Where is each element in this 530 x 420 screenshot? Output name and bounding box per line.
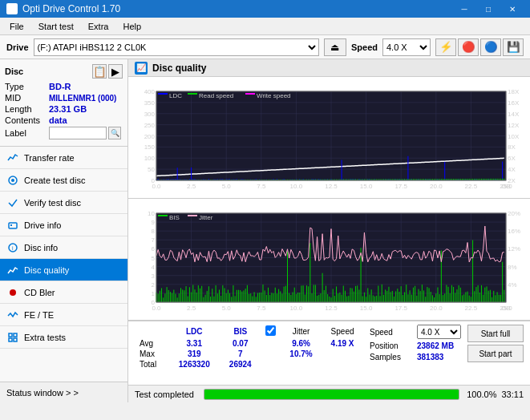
top-chart-container: [128, 77, 530, 199]
extra-tests-icon: [6, 331, 19, 344]
nav-item-transfer-rate-label: Transfer rate: [24, 153, 75, 163]
samples-value: 381383: [417, 353, 443, 361]
nav-item-extra-tests-label: Extra tests: [24, 333, 66, 342]
right-stats: Speed 4.0 X Position 23862 MB Samples 38…: [370, 325, 461, 382]
max-ldc: 319: [168, 349, 220, 359]
minimize-button[interactable]: ─: [453, 2, 475, 16]
progress-track: [204, 389, 459, 400]
svg-rect-2: [9, 223, 17, 228]
disc-info-icon: i: [6, 241, 19, 254]
charts-area: [128, 77, 530, 321]
fe-te-icon: [6, 309, 19, 321]
drive-bar: Drive (F:) ATAPI iHBS112 2 CL0K ⏏ Speed …: [0, 35, 530, 59]
nav-item-disc-quality-label: Disc quality: [24, 265, 69, 275]
drive-info-icon: [6, 219, 19, 232]
disc-label-btn[interactable]: 🔍: [108, 127, 121, 139]
nav-item-disc-info-label: Disc info: [24, 243, 58, 252]
drive-icon-btn-3[interactable]: 🔵: [480, 38, 501, 56]
disc-label-input[interactable]: [49, 127, 107, 139]
disc-icon-1[interactable]: 📋: [92, 64, 107, 79]
disc-contents-value: data: [49, 115, 67, 125]
speed-label: Speed: [351, 42, 378, 52]
cd-bler-icon: [6, 286, 19, 299]
close-button[interactable]: ✕: [501, 2, 524, 16]
svg-rect-3: [10, 224, 12, 226]
avg-bis: 0.07: [220, 338, 261, 349]
sidebar-item-verify-test-disc[interactable]: Verify test disc: [0, 192, 127, 214]
max-bis: 7: [220, 349, 261, 359]
maximize-button[interactable]: □: [477, 2, 500, 16]
svg-rect-9: [9, 338, 12, 341]
menu-help[interactable]: Help: [116, 18, 148, 34]
sidebar-item-create-test-disc[interactable]: Create test disc: [0, 169, 127, 192]
content-area: 📈 Disc quality LDC BIS: [128, 59, 530, 402]
col-bis: BIS: [220, 325, 261, 338]
nav-item-cd-bler-label: CD Bler: [24, 288, 55, 297]
total-label: Total: [135, 359, 168, 370]
sidebar-item-extra-tests[interactable]: Extra tests: [0, 326, 127, 349]
svg-rect-7: [9, 333, 12, 337]
sidebar-item-cd-bler[interactable]: CD Bler: [0, 281, 127, 304]
col-jitter: Jitter: [281, 325, 322, 338]
disc-mid-value: MILLENMR1 (000): [49, 94, 116, 103]
speed-right-select[interactable]: 4.0 X: [417, 325, 461, 339]
stats-table: LDC BIS Jitter Speed Avg 3.31: [135, 325, 363, 382]
stats-total-row: Total 1263320 26924: [135, 359, 363, 370]
sidebar-item-transfer-rate[interactable]: Transfer rate: [0, 147, 127, 169]
disc-type-value: BD-R: [49, 82, 71, 91]
progress-bar-row: Test completed 100.0% 33:11: [128, 385, 530, 402]
nav-item-verify-test-disc-label: Verify test disc: [24, 198, 81, 208]
bottom-chart-canvas: [128, 199, 530, 320]
stats-bar: LDC BIS Jitter Speed Avg 3.31: [128, 321, 530, 385]
nav-item-create-test-disc-label: Create test disc: [24, 176, 85, 185]
drive-icon-btn-1[interactable]: ⚡: [435, 38, 456, 56]
menu-start-test[interactable]: Start test: [32, 18, 80, 34]
sidebar-item-drive-info[interactable]: Drive info: [0, 214, 127, 236]
svg-point-6: [10, 289, 16, 296]
menu-extra[interactable]: Extra: [82, 18, 115, 34]
disc-label-label: Label: [5, 128, 49, 138]
sidebar-item-disc-quality[interactable]: Disc quality: [0, 259, 127, 281]
status-window-label: Status window > >: [6, 388, 79, 398]
stats-max-row: Max 319 7 10.7%: [135, 349, 363, 359]
disc-quality-header: 📈 Disc quality: [128, 59, 530, 77]
sidebar-item-fe-te[interactable]: FE / TE: [0, 304, 127, 326]
start-part-button[interactable]: Start part: [467, 345, 524, 362]
disc-mid-label: MID: [5, 93, 49, 103]
start-full-button[interactable]: Start full: [467, 325, 524, 342]
drive-select[interactable]: (F:) ATAPI iHBS112 2 CL0K: [34, 38, 319, 56]
disc-contents-label: Contents: [5, 115, 49, 125]
transfer-rate-icon: [6, 151, 19, 164]
drive-icon-btn-2[interactable]: 🔴: [458, 38, 479, 56]
position-label: Position: [370, 341, 414, 350]
sidebar-item-disc-info[interactable]: i Disc info: [0, 236, 127, 259]
disc-length-label: Length: [5, 104, 49, 114]
svg-rect-10: [14, 338, 17, 341]
status-window-btn[interactable]: Status window > >: [0, 382, 127, 402]
status-text: Test completed: [135, 390, 199, 399]
nav-item-drive-info-label: Drive info: [24, 220, 61, 230]
disc-quality-icon-header: 📈: [135, 62, 148, 75]
svg-text:i: i: [12, 245, 14, 251]
disc-quality-icon: [6, 264, 19, 277]
max-jitter: 10.7%: [281, 349, 322, 359]
progress-fill: [204, 390, 459, 399]
main-layout: Disc 📋 ▶ Type BD-R MID MILLENMR1 (000) L…: [0, 59, 530, 402]
speed-select[interactable]: 4.0 X: [382, 38, 431, 56]
progress-percentage: 100.0%: [464, 390, 496, 399]
menu-bar: File Start test Extra Help: [0, 18, 530, 35]
col-speed: Speed: [322, 325, 363, 338]
drive-icon-btn-4[interactable]: 💾: [503, 38, 524, 56]
svg-point-1: [11, 179, 14, 182]
avg-ldc: 3.31: [168, 338, 220, 349]
eject-button[interactable]: ⏏: [324, 38, 346, 56]
avg-jitter: 9.6%: [281, 338, 322, 349]
disc-icon-2[interactable]: ▶: [108, 64, 123, 79]
jitter-checkbox[interactable]: [265, 325, 276, 336]
speed-right-label: Speed: [370, 328, 414, 337]
time-text: 33:11: [501, 390, 524, 399]
nav-item-fe-te-label: FE / TE: [24, 310, 54, 320]
avg-label: Avg: [135, 338, 168, 349]
total-ldc: 1263320: [168, 359, 220, 370]
menu-file[interactable]: File: [3, 18, 30, 34]
